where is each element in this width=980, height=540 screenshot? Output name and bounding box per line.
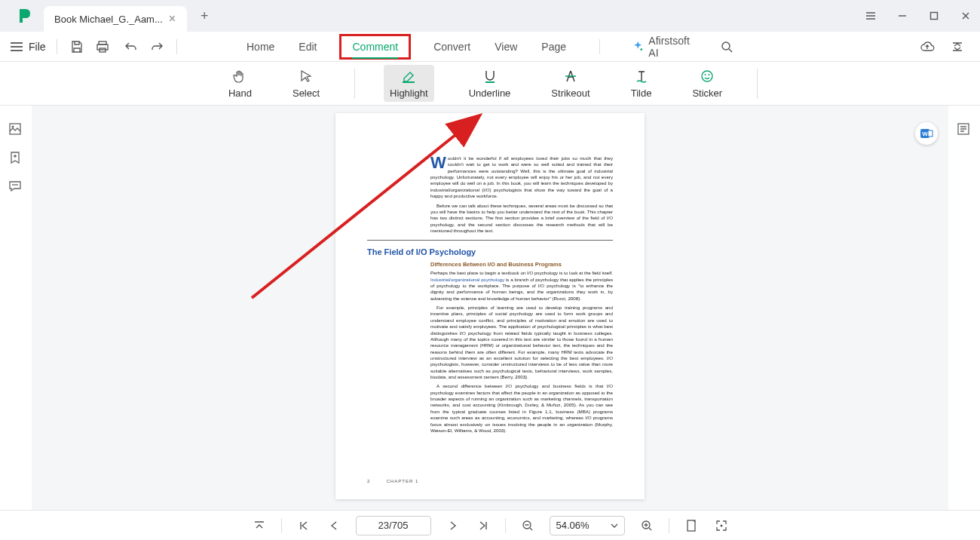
- svg-rect-14: [928, 130, 933, 137]
- minimize-button[interactable]: [896, 9, 909, 23]
- fullscreen-icon[interactable]: [713, 517, 730, 534]
- word-export-badge[interactable]: W: [915, 122, 938, 145]
- divider: [599, 39, 600, 54]
- collapse-icon[interactable]: [948, 38, 966, 56]
- left-sidebar: [0, 106, 32, 510]
- zoom-select[interactable]: 54.06%: [550, 516, 625, 535]
- titlebar: Book Michael_G._Aam... × +: [0, 0, 980, 32]
- body-text: For example, principles of learning are …: [430, 305, 613, 380]
- subsection-heading: Differences Between I/O and Business Pro…: [430, 261, 613, 268]
- scroll-top-icon[interactable]: [251, 517, 268, 534]
- divider: [176, 39, 177, 54]
- svg-point-19: [720, 524, 722, 526]
- prev-page-icon[interactable]: [326, 517, 342, 534]
- svg-point-10: [12, 126, 14, 128]
- new-tab-button[interactable]: +: [201, 8, 209, 24]
- menubar-right: [918, 38, 966, 56]
- last-page-icon[interactable]: [475, 517, 492, 534]
- properties-icon[interactable]: [957, 122, 972, 137]
- chevron-down-icon: [611, 523, 618, 528]
- tool-label: Select: [292, 87, 320, 99]
- menu-convert[interactable]: Convert: [432, 38, 472, 56]
- svg-point-7: [705, 74, 706, 75]
- tool-label: Strikeout: [551, 87, 590, 99]
- divider: [669, 518, 669, 533]
- zoom-in-icon[interactable]: [639, 517, 655, 534]
- app-logo: [14, 5, 35, 26]
- svg-rect-0: [931, 13, 938, 20]
- divider: [354, 69, 355, 99]
- tool-select[interactable]: Select: [286, 65, 326, 102]
- tilde-icon: [633, 68, 650, 84]
- fit-page-icon[interactable]: [683, 517, 700, 534]
- document-tab[interactable]: Book Michael_G._Aam... ×: [44, 6, 187, 32]
- divider: [505, 518, 506, 533]
- zoom-out-icon[interactable]: [519, 517, 536, 534]
- divider: [757, 69, 758, 99]
- tab-close-button[interactable]: ×: [169, 12, 176, 26]
- menu-home[interactable]: Home: [245, 38, 276, 56]
- hand-icon: [231, 68, 248, 84]
- tool-label: Sticker: [692, 87, 722, 99]
- tool-tilde[interactable]: Tilde: [625, 65, 658, 102]
- bookmark-icon[interactable]: [8, 151, 23, 166]
- hamburger-icon[interactable]: [864, 9, 877, 23]
- tool-label: Highlight: [390, 87, 428, 99]
- pdf-page: Wouldn't it be wonderful if all employee…: [335, 113, 645, 499]
- menu-view[interactable]: View: [493, 38, 519, 56]
- menu-comment[interactable]: Comment: [339, 34, 411, 60]
- print-icon[interactable]: [93, 38, 112, 56]
- comments-icon[interactable]: [8, 179, 23, 195]
- menu-edit[interactable]: Edit: [297, 38, 318, 56]
- svg-point-4: [640, 48, 642, 51]
- right-sidebar: [948, 106, 980, 510]
- tool-sticker[interactable]: Sticker: [686, 65, 728, 102]
- main-menu: Home Edit Comment Convert View Page Afir…: [245, 34, 735, 60]
- menu-page[interactable]: Page: [540, 38, 568, 56]
- highlight-icon: [400, 68, 417, 84]
- redo-icon[interactable]: [148, 38, 166, 56]
- cursor-icon: [298, 68, 314, 84]
- first-page-icon[interactable]: [296, 517, 312, 534]
- search-icon[interactable]: [718, 38, 735, 56]
- tool-label: Hand: [228, 87, 252, 99]
- tab-title: Book Michael_G._Aam...: [54, 14, 163, 25]
- tool-strikeout[interactable]: Strikeout: [545, 65, 596, 102]
- svg-rect-2: [97, 44, 108, 50]
- section-heading: The Field of I/O Psychology: [367, 247, 613, 258]
- file-label: File: [29, 41, 46, 53]
- statusbar: 54.06%: [0, 510, 980, 540]
- body-text: Perhaps the best place to begin a textbo…: [430, 270, 613, 275]
- zoom-value: 54.06%: [556, 520, 590, 531]
- sticker-icon: [699, 68, 715, 84]
- svg-point-8: [709, 74, 710, 75]
- tool-highlight[interactable]: Highlight: [384, 65, 434, 102]
- intro-text: ouldn't it be wonderful if all employees…: [430, 155, 613, 198]
- file-menu[interactable]: File: [11, 41, 46, 53]
- tool-hand[interactable]: Hand: [222, 65, 258, 102]
- save-icon[interactable]: [68, 38, 86, 56]
- page-number-input[interactable]: [356, 516, 431, 535]
- document-canvas[interactable]: Wouldn't it be wonderful if all employee…: [32, 106, 948, 510]
- svg-text:W: W: [922, 130, 928, 137]
- intro-text-2: Before we can talk about these technique…: [430, 203, 613, 235]
- ai-label-text: Afirstsoft AI: [648, 35, 697, 59]
- body-text: A second difference between I/O psycholo…: [430, 383, 613, 434]
- dropcap: W: [430, 155, 446, 170]
- maximize-button[interactable]: [927, 9, 941, 23]
- strikeout-icon: [562, 68, 579, 84]
- cloud-icon[interactable]: [918, 38, 936, 56]
- close-button[interactable]: [959, 9, 972, 23]
- tool-underline[interactable]: Underline: [463, 65, 517, 102]
- ai-assistant-button[interactable]: Afirstsoft AI: [632, 35, 697, 59]
- thumbnails-icon[interactable]: [8, 122, 23, 137]
- text-link: Industrial/organizational psychology: [430, 277, 504, 282]
- underline-icon: [482, 68, 498, 84]
- divider: [57, 39, 57, 54]
- sparkle-icon: [632, 40, 644, 54]
- menu-icon: [11, 41, 23, 52]
- svg-rect-18: [688, 520, 695, 531]
- next-page-icon[interactable]: [445, 517, 461, 534]
- undo-icon[interactable]: [122, 38, 140, 56]
- comment-toolbar: Hand Select Highlight Underline Strikeou…: [0, 62, 980, 106]
